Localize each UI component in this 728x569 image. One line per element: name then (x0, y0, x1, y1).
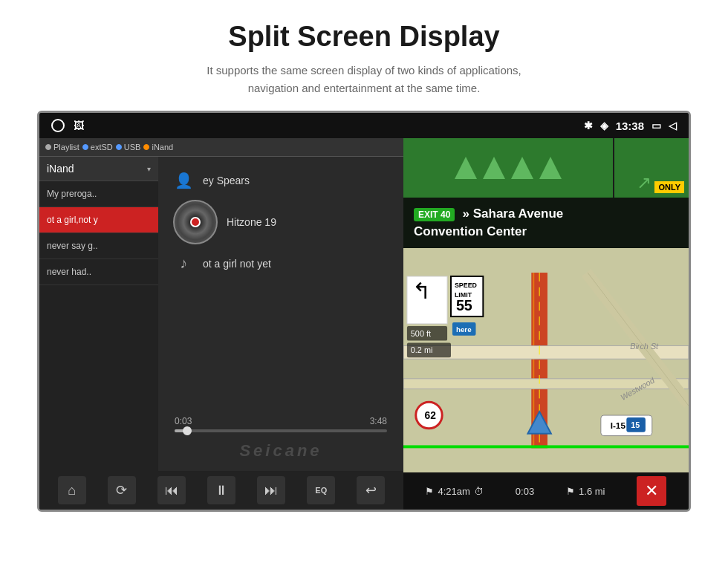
title-row: ♪ ot a girl not yet (173, 255, 389, 272)
source-selector[interactable]: iNand ▾ (39, 157, 158, 181)
album-row: Hitzone 19 (173, 200, 389, 244)
svg-rect-29 (403, 445, 689, 448)
exit-badge: EXIT 40 (414, 208, 455, 221)
progress-current: 0:03 (175, 416, 192, 426)
player-body: iNand ▾ My preroga.. ot a girl,not y nev… (39, 157, 403, 471)
tab-dot-inand (143, 144, 149, 150)
page-wrapper: Split Screen Display It supports the sam… (37, 0, 691, 527)
location-icon: ◈ (600, 120, 608, 131)
image-icon: 🖼 (74, 120, 84, 131)
person-icon: 👤 (173, 172, 194, 189)
tab-dot-extsd (82, 144, 88, 150)
arrival-time-item: ⚑ 4:21am ⏱ (425, 486, 483, 497)
svg-text:500 ft: 500 ft (411, 328, 431, 337)
map-area: Westwood Birch St I-15 15 62 (403, 248, 689, 472)
svg-text:↰: ↰ (412, 278, 431, 302)
tab-inand[interactable]: iNand (143, 143, 173, 152)
svg-text:62: 62 (425, 410, 437, 421)
artist-row: 👤 ey Spears (173, 172, 389, 189)
arrival-time: 4:21am (438, 486, 469, 497)
tab-dot-playlist (45, 144, 51, 150)
source-label: iNand (47, 163, 74, 175)
nav-top-signs: ↗ ONLY (403, 138, 689, 198)
status-left: 🖼 (51, 119, 84, 132)
home-button[interactable]: ⌂ (58, 476, 86, 504)
eq-button[interactable]: EQ (307, 476, 335, 504)
back-button[interactable]: ↩ (357, 476, 385, 504)
flag-end-icon: ⚑ (566, 486, 575, 497)
distance-item: ⚑ 1.6 mi (566, 486, 605, 497)
nav-arrow-down-4 (539, 157, 562, 179)
progress-times: 0:03 3:48 (175, 416, 387, 426)
elapsed-time: 0:03 (516, 486, 534, 497)
home-circle-icon (51, 119, 65, 132)
nav-sign-only: ↗ ONLY (614, 138, 689, 198)
nav-arrow-down-3 (511, 157, 533, 179)
device-frame: 🖼 ✱ ◈ 13:38 ▭ ◁ Playlist (37, 111, 691, 512)
only-badge: ONLY (654, 181, 684, 193)
svg-text:Birch St: Birch St (630, 342, 659, 351)
flag-start-icon: ⚑ (425, 486, 434, 497)
dropdown-arrow-icon: ▾ (147, 165, 151, 173)
pause-button[interactable]: ⏸ (207, 476, 235, 504)
tab-usb[interactable]: USB (116, 143, 141, 152)
nav-arrow-down-1 (455, 157, 477, 179)
cd-disc (173, 200, 218, 244)
navigation-panel: ↗ ONLY EXIT 40 » Sahara Avenue Conventio… (403, 138, 689, 510)
clock-icon: ⏱ (474, 486, 484, 497)
elapsed-item: 0:03 (516, 486, 534, 497)
progress-thumb (183, 426, 192, 435)
tab-playlist[interactable]: Playlist (45, 143, 79, 152)
nav-sign-green (403, 138, 614, 198)
next-button[interactable]: ⏭ (257, 476, 285, 504)
player-main: 👤 ey Spears Hitzone 19 (158, 157, 403, 471)
close-nav-button[interactable]: ✕ (637, 476, 666, 506)
svg-text:15: 15 (631, 420, 640, 429)
nav-instruction: EXIT 40 » Sahara Avenue Convention Cente… (403, 198, 689, 248)
nav-arrow-down-2 (483, 157, 505, 179)
back-icon: ◁ (669, 120, 677, 131)
status-time: 13:38 (616, 120, 644, 132)
track-album: Hitzone 19 (227, 216, 276, 228)
prev-button[interactable]: ⏮ (157, 476, 186, 504)
playlist-item-2[interactable]: never say g.. (39, 233, 158, 259)
progress-section: 0:03 3:48 (166, 410, 396, 438)
repeat-button[interactable]: ⟳ (108, 476, 136, 504)
playback-controls: ⌂ ⟳ ⏮ ⏸ ⏭ EQ ↩ (39, 471, 403, 510)
status-right: ✱ ◈ 13:38 ▭ ◁ (584, 120, 677, 132)
bluetooth-icon: ✱ (584, 120, 593, 131)
status-bar: 🖼 ✱ ◈ 13:38 ▭ ◁ (39, 113, 689, 138)
svg-text:0.2 mi: 0.2 mi (411, 345, 433, 354)
track-info: 👤 ey Spears Hitzone 19 (166, 172, 396, 272)
page-header: Split Screen Display It supports the sam… (37, 0, 691, 111)
svg-text:SPEED: SPEED (455, 281, 478, 288)
svg-text:55: 55 (456, 297, 472, 313)
tab-dot-usb (116, 144, 122, 150)
playlist-sidebar: iNand ▾ My preroga.. ot a girl,not y nev… (39, 157, 158, 471)
progress-bar[interactable] (175, 429, 387, 432)
seicane-watermark: Seicane (239, 438, 322, 464)
svg-text:here: here (456, 325, 472, 333)
arrow-up-right-icon: ↗ (637, 172, 651, 193)
playlist-item-3[interactable]: never had.. (39, 259, 158, 285)
battery-icon: ▭ (651, 120, 661, 131)
playlist-item-1[interactable]: ot a girl,not y (39, 207, 158, 233)
track-title: ot a girl not yet (203, 258, 271, 270)
cd-center (190, 217, 201, 227)
source-tabs: Playlist extSD USB iNand (39, 138, 403, 157)
remaining-distance: 1.6 mi (579, 486, 605, 497)
progress-total: 3:48 (370, 416, 387, 426)
page-title: Split Screen Display (82, 21, 646, 53)
nav-bottom-bar: ⚑ 4:21am ⏱ 0:03 ⚑ 1.6 mi ✕ (403, 472, 689, 510)
tab-extsd[interactable]: extSD (82, 143, 113, 152)
split-screen: Playlist extSD USB iNand (39, 138, 689, 510)
music-player-panel: Playlist extSD USB iNand (39, 138, 403, 510)
page-subtitle: It supports the same screen display of t… (82, 62, 646, 97)
track-artist: ey Spears (203, 175, 250, 186)
map-canvas-svg: Westwood Birch St I-15 15 62 (403, 248, 689, 472)
music-note-icon: ♪ (173, 255, 194, 272)
svg-text:I-15: I-15 (611, 420, 626, 430)
playlist-item-0[interactable]: My preroga.. (39, 181, 158, 207)
